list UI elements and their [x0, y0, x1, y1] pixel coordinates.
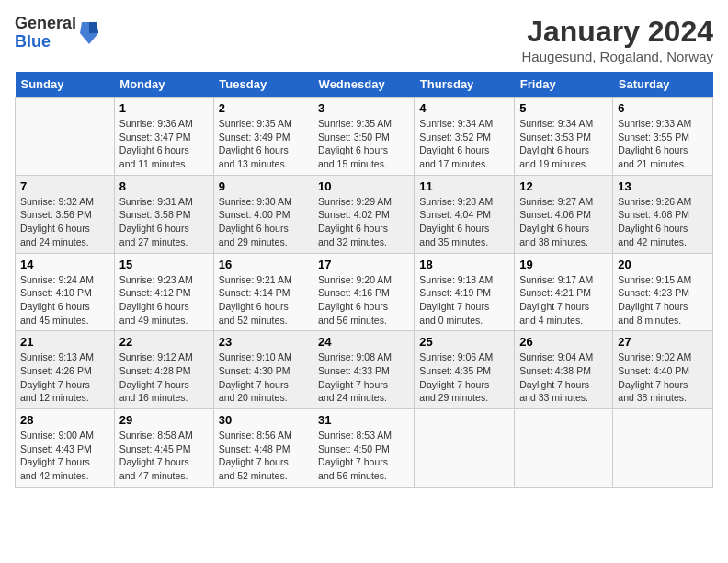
- day-number: 13: [618, 179, 708, 193]
- day-info-line: Daylight 7 hours: [20, 379, 90, 390]
- day-number: 17: [318, 258, 409, 271]
- day-info-line: Daylight 7 hours: [119, 456, 189, 467]
- day-info-line: Sunrise: 9:04 AM: [519, 351, 593, 362]
- day-info-line: Sunrise: 9:21 AM: [219, 274, 292, 285]
- day-info-line: Daylight 7 hours: [318, 379, 388, 390]
- day-info-line: Sunrise: 9:08 AM: [318, 351, 392, 362]
- day-info-line: Sunrise: 9:34 AM: [419, 118, 493, 129]
- day-info-line: Daylight 7 hours: [519, 301, 589, 312]
- day-number: 24: [318, 335, 409, 349]
- day-of-week-header: Monday: [114, 72, 213, 98]
- day-info: Sunrise: 8:53 AMSunset: 4:50 PMDaylight …: [318, 429, 409, 483]
- day-number: 19: [519, 258, 608, 271]
- calendar-cell: 15Sunrise: 9:23 AMSunset: 4:12 PMDayligh…: [114, 253, 213, 331]
- calendar-week-row: 21Sunrise: 9:13 AMSunset: 4:26 PMDayligh…: [16, 331, 713, 409]
- day-info-line: Sunrise: 9:23 AM: [119, 274, 193, 285]
- calendar-cell: 9Sunrise: 9:30 AMSunset: 4:00 PMDaylight…: [213, 175, 313, 253]
- day-info-line: Sunrise: 9:29 AM: [318, 196, 392, 207]
- day-info: Sunrise: 9:10 AMSunset: 4:30 PMDaylight …: [219, 350, 308, 405]
- day-info-line: and 17 minutes.: [419, 158, 488, 169]
- day-info-line: Daylight 7 hours: [219, 456, 289, 467]
- calendar-cell: 8Sunrise: 9:31 AMSunset: 3:58 PMDaylight…: [114, 175, 213, 253]
- location-subtitle: Haugesund, Rogaland, Norway: [522, 49, 713, 64]
- calendar-week-row: 28Sunrise: 9:00 AMSunset: 4:43 PMDayligh…: [16, 409, 713, 488]
- day-info-line: Sunrise: 9:12 AM: [119, 351, 193, 362]
- calendar-cell: 18Sunrise: 9:18 AMSunset: 4:19 PMDayligh…: [415, 253, 515, 331]
- day-info-line: Sunrise: 9:31 AM: [119, 196, 193, 207]
- day-info-line: Sunset: 4:33 PM: [318, 365, 390, 376]
- day-info-line: and 33 minutes.: [519, 392, 588, 403]
- day-number: 22: [119, 335, 209, 349]
- day-info-line: Sunset: 4:02 PM: [318, 209, 390, 220]
- calendar-cell: [415, 409, 515, 488]
- calendar-cell: 10Sunrise: 9:29 AMSunset: 4:02 PMDayligh…: [313, 175, 415, 253]
- calendar-cell: 23Sunrise: 9:10 AMSunset: 4:30 PMDayligh…: [213, 331, 313, 409]
- day-number: 8: [119, 179, 209, 193]
- day-info-line: Sunrise: 9:34 AM: [519, 118, 593, 129]
- calendar-cell: 12Sunrise: 9:27 AMSunset: 4:06 PMDayligh…: [515, 175, 613, 253]
- calendar-cell: 19Sunrise: 9:17 AMSunset: 4:21 PMDayligh…: [515, 253, 613, 331]
- calendar-cell: 21Sunrise: 9:13 AMSunset: 4:26 PMDayligh…: [16, 331, 115, 409]
- day-info-line: Daylight 7 hours: [419, 379, 489, 390]
- day-info-line: Sunset: 4:28 PM: [119, 365, 191, 376]
- day-number: 18: [419, 258, 509, 271]
- day-info-line: Daylight 6 hours: [20, 223, 90, 234]
- calendar-cell: 1Sunrise: 9:36 AMSunset: 3:47 PMDaylight…: [114, 98, 213, 176]
- day-info-line: Daylight 7 hours: [318, 456, 388, 467]
- day-info: Sunrise: 9:15 AMSunset: 4:23 PMDaylight …: [618, 273, 708, 327]
- day-info: Sunrise: 9:20 AMSunset: 4:16 PMDaylight …: [318, 273, 409, 327]
- day-info-line: and 8 minutes.: [618, 315, 681, 326]
- day-number: 26: [519, 335, 608, 349]
- day-info: Sunrise: 9:36 AMSunset: 3:47 PMDaylight …: [119, 117, 209, 171]
- day-number: 14: [20, 258, 109, 271]
- day-info-line: Sunset: 3:52 PM: [419, 132, 491, 143]
- day-info-line: Sunset: 4:43 PM: [20, 443, 92, 454]
- calendar-cell: [16, 98, 115, 176]
- day-info-line: and 49 minutes.: [119, 315, 188, 326]
- logo-general-text: General: [15, 15, 76, 33]
- day-info: Sunrise: 9:33 AMSunset: 3:55 PMDaylight …: [618, 117, 708, 171]
- calendar-cell: [613, 409, 713, 488]
- day-info-line: Daylight 6 hours: [219, 144, 289, 155]
- day-info-line: Sunset: 3:49 PM: [219, 132, 290, 143]
- day-info: Sunrise: 8:56 AMSunset: 4:48 PMDaylight …: [219, 429, 308, 483]
- calendar-cell: 5Sunrise: 9:34 AMSunset: 3:53 PMDaylight…: [515, 98, 613, 176]
- day-info-line: Sunrise: 8:56 AM: [219, 430, 292, 441]
- day-info-line: Sunrise: 9:00 AM: [20, 430, 94, 441]
- day-info-line: Sunset: 4:19 PM: [419, 287, 491, 298]
- month-title: January 2024: [522, 15, 713, 49]
- day-info-line: Daylight 7 hours: [219, 379, 289, 390]
- day-info-line: and 13 minutes.: [219, 158, 288, 169]
- day-info-line: Daylight 7 hours: [419, 301, 489, 312]
- calendar-table: SundayMondayTuesdayWednesdayThursdayFrid…: [15, 72, 713, 488]
- day-of-week-header: Sunday: [16, 72, 115, 98]
- day-info-line: and 20 minutes.: [219, 392, 288, 403]
- day-of-week-header: Tuesday: [213, 72, 313, 98]
- day-number: 12: [519, 179, 608, 193]
- calendar-cell: 20Sunrise: 9:15 AMSunset: 4:23 PMDayligh…: [613, 253, 713, 331]
- calendar-cell: 27Sunrise: 9:02 AMSunset: 4:40 PMDayligh…: [613, 331, 713, 409]
- day-info-line: and 4 minutes.: [519, 315, 583, 326]
- day-of-week-header: Thursday: [415, 72, 515, 98]
- day-info-line: Daylight 6 hours: [318, 301, 388, 312]
- calendar-cell: [515, 409, 613, 488]
- svg-marker-1: [89, 22, 98, 33]
- calendar-cell: 4Sunrise: 9:34 AMSunset: 3:52 PMDaylight…: [415, 98, 515, 176]
- day-info-line: Sunset: 4:04 PM: [419, 209, 491, 220]
- day-info-line: Sunset: 4:23 PM: [618, 287, 689, 298]
- day-info-line: Daylight 6 hours: [119, 144, 189, 155]
- day-info: Sunrise: 9:29 AMSunset: 4:02 PMDaylight …: [318, 195, 409, 249]
- day-info: Sunrise: 9:17 AMSunset: 4:21 PMDaylight …: [519, 273, 608, 327]
- day-number: 30: [219, 413, 308, 427]
- day-info: Sunrise: 9:27 AMSunset: 4:06 PMDaylight …: [519, 195, 608, 249]
- day-info: Sunrise: 9:32 AMSunset: 3:56 PMDaylight …: [20, 195, 109, 249]
- day-info-line: Sunset: 4:12 PM: [119, 287, 191, 298]
- calendar-cell: 30Sunrise: 8:56 AMSunset: 4:48 PMDayligh…: [213, 409, 313, 488]
- day-info-line: Sunset: 3:58 PM: [119, 209, 191, 220]
- day-info-line: and 56 minutes.: [318, 315, 387, 326]
- day-info-line: Sunrise: 8:58 AM: [119, 430, 193, 441]
- day-info-line: and 19 minutes.: [519, 158, 588, 169]
- day-info-line: and 15 minutes.: [318, 158, 387, 169]
- day-info-line: Sunset: 4:14 PM: [219, 287, 290, 298]
- calendar-cell: 31Sunrise: 8:53 AMSunset: 4:50 PMDayligh…: [313, 409, 415, 488]
